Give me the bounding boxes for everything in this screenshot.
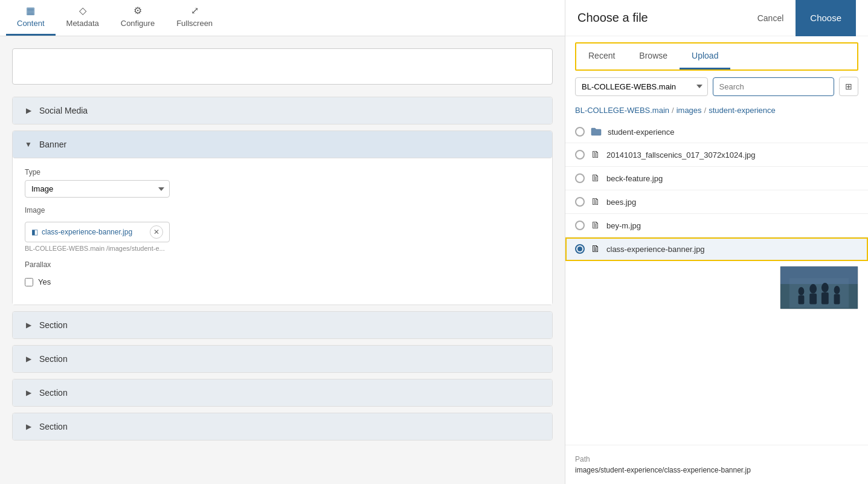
- section-social-media-header[interactable]: ▶ Social Media: [13, 97, 552, 124]
- tab-content-label: Content: [17, 19, 45, 28]
- chevron-right-icon: ▶: [22, 105, 34, 117]
- tab-configure[interactable]: ⚙ Configure: [110, 0, 166, 36]
- configure-icon: ⚙: [133, 5, 142, 16]
- svg-point-5: [821, 283, 829, 292]
- image-path-hint: BL-COLLEGE-WEBS.main /images/student-e..…: [25, 245, 540, 252]
- repo-select[interactable]: BL-COLLEGE-WEBS.main: [575, 77, 708, 96]
- svg-rect-6: [821, 292, 829, 305]
- breadcrumb: BL-COLLEGE-WEBS.main / images / student-…: [565, 102, 868, 121]
- section-banner-title: Banner: [39, 140, 66, 149]
- tab-metadata-label: Metadata: [66, 19, 99, 28]
- grid-view-button[interactable]: ⊞: [839, 77, 858, 96]
- file-list-container: student-experience 🗎 20141013_fallscenic…: [565, 121, 868, 445]
- thumbnail-area: [565, 261, 868, 309]
- grid-icon: ⊞: [845, 82, 852, 91]
- section-3-header[interactable]: ▶ Section: [13, 379, 552, 406]
- path-value: images/student-experience/class-experien…: [575, 466, 858, 474]
- tab-fullscreen[interactable]: ⤢ Fullscreen: [166, 0, 223, 36]
- file-name-student-experience: student-experience: [608, 127, 675, 137]
- section-banner-header[interactable]: ▼ Banner: [13, 131, 552, 158]
- cancel-button[interactable]: Cancel: [751, 10, 790, 27]
- breadcrumb-student-experience[interactable]: student-experience: [709, 106, 776, 115]
- choose-button[interactable]: Choose: [796, 0, 856, 36]
- section-2: ▶ Section: [12, 345, 553, 373]
- tab-recent[interactable]: Recent: [576, 44, 627, 69]
- radio-beym[interactable]: [575, 221, 585, 230]
- svg-rect-10: [799, 295, 805, 305]
- type-select[interactable]: Image: [25, 180, 170, 198]
- svg-point-3: [809, 284, 817, 294]
- section-4: ▶ Section: [12, 413, 553, 440]
- breadcrumb-root[interactable]: BL-COLLEGE-WEBS.main: [575, 106, 669, 115]
- radio-fallscenics[interactable]: [575, 150, 585, 160]
- type-label: Type: [25, 168, 540, 176]
- chevron-down-icon: ▼: [22, 138, 34, 150]
- banner-body: Type Image Image ◧ class-experience-bann…: [13, 158, 552, 305]
- file-doc-icon-class-experience: 🗎: [591, 244, 600, 254]
- modal-actions: Cancel Choose: [751, 0, 856, 36]
- svg-point-9: [799, 287, 805, 295]
- type-field-group: Type Image: [25, 168, 540, 198]
- file-thumbnail: [780, 266, 858, 309]
- file-name-fallscenics: 20141013_fallscenics_017_3072x1024.jpg: [606, 150, 756, 160]
- radio-beck[interactable]: [575, 173, 585, 183]
- right-panel: Choose a file Cancel Choose Recent Brows…: [565, 0, 868, 484]
- breadcrumb-sep-2: /: [704, 106, 707, 115]
- file-item-beym[interactable]: 🗎 bey-m.jpg: [565, 214, 868, 237]
- file-item-student-experience[interactable]: student-experience: [565, 121, 868, 143]
- svg-point-7: [834, 286, 840, 294]
- svg-rect-4: [809, 294, 817, 305]
- section-2-title: Section: [39, 354, 68, 364]
- section-social-media: ▶ Social Media: [12, 97, 553, 124]
- image-clear-button[interactable]: ✕: [150, 225, 163, 239]
- file-doc-icon-beck: 🗎: [591, 173, 600, 184]
- file-name-beym: bey-m.jpg: [606, 221, 641, 230]
- tab-metadata[interactable]: ◇ Metadata: [56, 0, 110, 36]
- fullscreen-icon: ⤢: [191, 5, 199, 16]
- parallax-field-group: Parallax Yes: [25, 260, 540, 286]
- file-doc-icon-bees: 🗎: [591, 196, 600, 207]
- radio-class-experience[interactable]: [575, 244, 585, 254]
- tab-configure-label: Configure: [121, 19, 155, 28]
- file-item-fallscenics[interactable]: 🗎 20141013_fallscenics_017_3072x1024.jpg: [565, 143, 868, 167]
- section-2-header[interactable]: ▶ Section: [13, 346, 552, 372]
- breadcrumb-images[interactable]: images: [677, 106, 702, 115]
- modal-header: Choose a file Cancel Choose: [565, 0, 868, 36]
- tab-content[interactable]: ▦ Content: [6, 0, 56, 36]
- chevron-right-icon-4: ▶: [22, 421, 34, 433]
- text-area: [12, 48, 553, 85]
- parallax-checkbox[interactable]: [25, 278, 33, 286]
- section-social-media-title: Social Media: [39, 106, 88, 115]
- radio-bees[interactable]: [575, 197, 585, 207]
- radio-student-experience[interactable]: [575, 127, 585, 137]
- image-field-inner[interactable]: ◧ class-experience-banner.jpg ✕: [25, 222, 170, 242]
- tab-browse[interactable]: Browse: [627, 44, 680, 69]
- image-filename: class-experience-banner.jpg: [42, 228, 132, 236]
- tab-upload[interactable]: Upload: [680, 44, 730, 69]
- image-field-group: Image ◧ class-experience-banner.jpg ✕ BL…: [25, 206, 540, 252]
- chevron-right-icon-1: ▶: [22, 319, 34, 331]
- modal-title: Choose a file: [577, 11, 648, 25]
- section-1-header[interactable]: ▶ Section: [13, 312, 552, 338]
- file-item-class-experience[interactable]: 🗎 class-experience-banner.jpg: [565, 237, 868, 261]
- file-tabs-box: Recent Browse Upload: [575, 42, 858, 71]
- file-list: student-experience 🗎 20141013_fallscenic…: [565, 121, 868, 445]
- image-file-icon: ◧: [31, 228, 38, 236]
- file-name-bees: bees.jpg: [606, 198, 636, 207]
- svg-rect-8: [834, 294, 840, 305]
- parallax-label: Parallax: [25, 260, 540, 269]
- section-3: ▶ Section: [12, 379, 553, 407]
- section-3-title: Section: [39, 388, 68, 398]
- breadcrumb-sep-1: /: [672, 106, 674, 115]
- search-row: BL-COLLEGE-WEBS.main ⊞: [565, 71, 868, 102]
- thumbnail-svg: [780, 266, 858, 309]
- image-label: Image: [25, 206, 540, 215]
- section-1: ▶ Section: [12, 311, 553, 339]
- bottom-info: Path images/student-experience/class-exp…: [565, 445, 868, 484]
- file-item-bees[interactable]: 🗎 bees.jpg: [565, 190, 868, 214]
- tab-fullscreen-label: Fullscreen: [176, 19, 213, 28]
- chevron-right-icon-2: ▶: [22, 353, 34, 365]
- file-item-beck[interactable]: 🗎 beck-feature.jpg: [565, 167, 868, 190]
- search-input[interactable]: [713, 77, 835, 96]
- section-4-header[interactable]: ▶ Section: [13, 413, 552, 440]
